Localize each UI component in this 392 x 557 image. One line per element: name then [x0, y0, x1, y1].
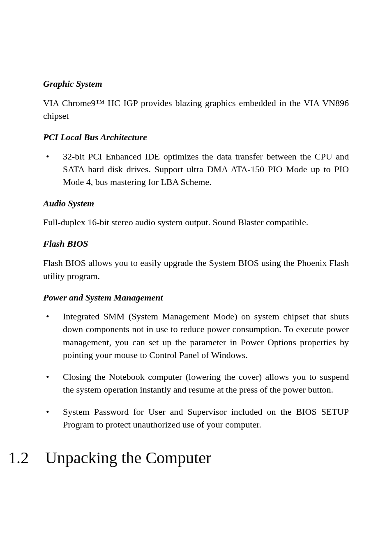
- section-heading: 1.2Unpacking the Computer: [43, 448, 349, 467]
- heading-audio: Audio System: [43, 198, 349, 210]
- document-page: Graphic System VIA Chrome9™ HC IGP provi…: [0, 0, 392, 467]
- section-number: 1.2: [8, 448, 29, 467]
- heading-pci: PCI Local Bus Architecture: [43, 132, 349, 143]
- paragraph-audio: Full-duplex 16-bit stereo audio system o…: [43, 216, 349, 229]
- list-pci: 32-bit PCI Enhanced IDE optimizes the da…: [43, 150, 349, 189]
- list-item: 32-bit PCI Enhanced IDE optimizes the da…: [43, 150, 349, 189]
- heading-graphic-system: Graphic System: [43, 78, 349, 90]
- list-power-management: Integrated SMM (System Management Mode) …: [43, 310, 349, 431]
- section-title-text: Unpacking the Computer: [45, 448, 211, 467]
- list-item: Closing the Notebook computer (lowering …: [43, 370, 349, 396]
- list-item: Integrated SMM (System Management Mode) …: [43, 310, 349, 361]
- paragraph-graphic-system: VIA Chrome9™ HC IGP provides blazing gra…: [43, 97, 349, 123]
- heading-power-management: Power and System Management: [43, 292, 349, 304]
- list-item: System Password for User and Supervisor …: [43, 405, 349, 431]
- heading-flash-bios: Flash BIOS: [43, 238, 349, 250]
- paragraph-flash-bios: Flash BIOS allows you to easily upgrade …: [43, 257, 349, 283]
